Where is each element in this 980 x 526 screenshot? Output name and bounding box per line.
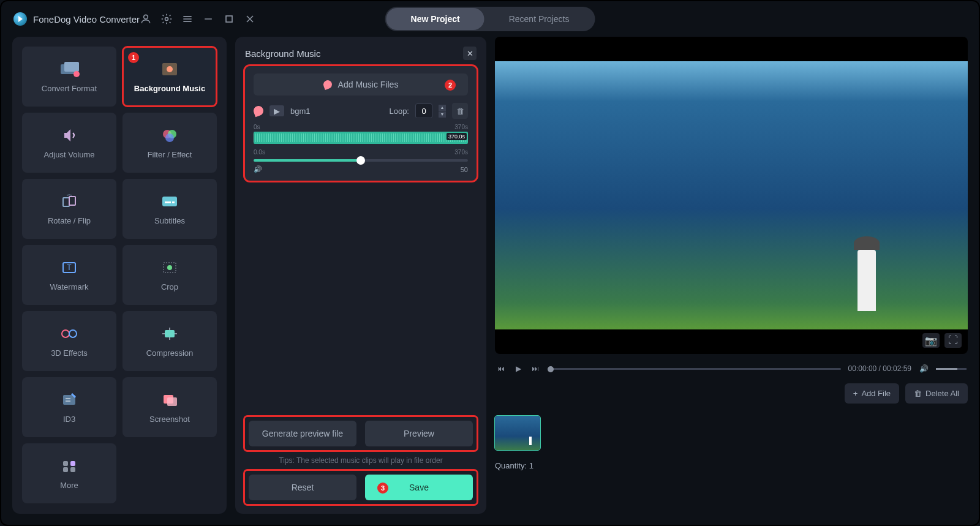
- svg-rect-6: [226, 16, 232, 22]
- svg-point-1: [165, 18, 168, 21]
- volume-row: 0.0s370s 🔊50: [254, 149, 468, 173]
- tool-id3[interactable]: ID3: [22, 377, 116, 437]
- volume-bar[interactable]: [936, 368, 967, 370]
- delete-all-button[interactable]: 🗑Delete All: [905, 383, 968, 404]
- svg-rect-36: [70, 461, 75, 466]
- tab-new-project[interactable]: New Project: [386, 8, 484, 30]
- step-badge-1: 1: [128, 52, 139, 63]
- tool-label: Watermark: [50, 282, 88, 291]
- background-music-panel: Background Music ✕ Add Music Files 2 ▶ b…: [235, 37, 486, 514]
- wave-end-label: 370s: [454, 124, 468, 130]
- tool-3d-effects[interactable]: 3D Effects: [22, 311, 116, 371]
- screenshot-icon: [159, 391, 181, 408]
- tool-label: Background Music: [134, 84, 205, 93]
- volume-icon: 🔊: [254, 165, 262, 173]
- close-icon[interactable]: [244, 13, 256, 25]
- tab-recent-projects[interactable]: Recent Projects: [484, 8, 594, 30]
- waveform-tip: 370.0s: [447, 133, 467, 140]
- menu-icon[interactable]: [181, 13, 194, 25]
- fullscreen-icon[interactable]: ⛶: [944, 333, 962, 348]
- svg-point-0: [144, 15, 148, 19]
- add-music-files-button[interactable]: Add Music Files 2: [254, 73, 468, 96]
- panel-close-button[interactable]: ✕: [463, 47, 477, 60]
- add-file-button[interactable]: +Add File: [845, 383, 899, 404]
- convert-format-icon: [58, 61, 80, 78]
- svg-rect-17: [63, 198, 69, 206]
- maximize-icon[interactable]: [223, 13, 235, 25]
- tool-watermark[interactable]: T Watermark: [22, 245, 116, 305]
- waveform-row: 0s370s 370.0s: [254, 124, 468, 144]
- play-icon[interactable]: ▶: [513, 364, 523, 374]
- svg-rect-37: [63, 467, 68, 472]
- tool-label: Compression: [146, 348, 194, 358]
- compression-icon: [159, 325, 181, 342]
- loop-input[interactable]: [415, 103, 432, 118]
- save-button[interactable]: 3 Save: [365, 475, 473, 500]
- tool-label: 3D Effects: [51, 348, 88, 358]
- playback-slider[interactable]: [548, 368, 841, 370]
- preview-image: [495, 61, 968, 329]
- loop-stepper[interactable]: ▲▼: [439, 105, 446, 118]
- tool-background-music[interactable]: 1 Background Music: [123, 47, 217, 107]
- add-file-label: Add File: [861, 389, 891, 398]
- tool-label: ID3: [63, 415, 75, 424]
- id3-icon: [58, 391, 80, 408]
- track-play-button[interactable]: ▶: [270, 105, 284, 116]
- svg-point-27: [69, 330, 77, 337]
- preview-button[interactable]: Preview: [365, 421, 473, 446]
- project-tabs: New Project Recent Projects: [385, 7, 595, 31]
- track-icon: [252, 105, 265, 118]
- account-icon[interactable]: [140, 13, 152, 25]
- tool-label: Subtitles: [154, 216, 185, 225]
- track-delete-button[interactable]: 🗑: [452, 103, 468, 119]
- file-thumbnail[interactable]: [495, 416, 540, 450]
- video-preview: 📷 ⛶: [495, 37, 968, 354]
- tool-label: Crop: [161, 282, 178, 291]
- tool-rotate-flip[interactable]: Rotate / Flip: [22, 179, 116, 239]
- waveform-bar[interactable]: 370.0s: [254, 132, 468, 144]
- app-logo-icon: [13, 12, 27, 26]
- volume-slider[interactable]: [254, 159, 468, 162]
- skip-forward-icon[interactable]: ⏭: [530, 364, 540, 374]
- music-settings-block: Add Music Files 2 ▶ bgm1 Loop: ▲▼ 🗑 0s37…: [245, 66, 477, 181]
- tool-more[interactable]: More: [22, 443, 116, 503]
- volume-icon[interactable]: 🔊: [919, 364, 929, 374]
- generate-preview-button[interactable]: Generate preview file: [249, 421, 356, 446]
- more-icon: [58, 457, 80, 475]
- 3d-effects-icon: [58, 325, 80, 342]
- snapshot-icon[interactable]: 📷: [922, 333, 940, 348]
- track-name: bgm1: [290, 107, 311, 116]
- tool-subtitles[interactable]: Subtitles: [123, 179, 217, 239]
- tool-label: Filter / Effect: [148, 150, 192, 159]
- vol-start-label: 0.0s: [254, 149, 265, 156]
- tool-screenshot[interactable]: Screenshot: [123, 377, 217, 437]
- music-note-icon: [322, 79, 333, 90]
- skip-back-icon[interactable]: ⏮: [496, 364, 506, 374]
- thumbnail-area: Quantity: 1: [495, 410, 968, 470]
- tool-label: Convert Format: [42, 84, 97, 93]
- adjust-volume-icon: [58, 127, 80, 144]
- app-title: FoneDog Video Converter: [13, 12, 140, 26]
- svg-point-26: [62, 330, 69, 337]
- tool-crop[interactable]: Crop: [123, 245, 217, 305]
- tool-filter-effect[interactable]: Filter / Effect: [123, 113, 217, 173]
- tool-adjust-volume[interactable]: Adjust Volume: [22, 113, 116, 173]
- plus-icon: +: [853, 389, 858, 398]
- reset-button[interactable]: Reset: [249, 475, 356, 500]
- subtitles-icon: [159, 193, 181, 210]
- tool-convert-format[interactable]: Convert Format: [22, 47, 116, 107]
- tool-compression[interactable]: Compression: [123, 311, 217, 371]
- preview-content: [858, 250, 876, 311]
- vol-end-label: 370s: [454, 149, 468, 156]
- quantity-label: Quantity: 1: [495, 461, 968, 470]
- tool-panel: Convert Format 1 Background Music Adjust…: [12, 37, 227, 514]
- svg-point-25: [167, 265, 172, 270]
- background-music-icon: [159, 61, 181, 78]
- filter-effect-icon: [159, 127, 181, 144]
- playback-bar: ⏮ ▶ ⏭ 00:00:00 / 00:02:59 🔊: [495, 360, 968, 377]
- svg-rect-21: [172, 201, 175, 203]
- settings-icon[interactable]: [160, 13, 173, 25]
- app-title-text: FoneDog Video Converter: [33, 14, 140, 24]
- add-music-label: Add Music Files: [338, 80, 399, 89]
- minimize-icon[interactable]: [202, 13, 214, 25]
